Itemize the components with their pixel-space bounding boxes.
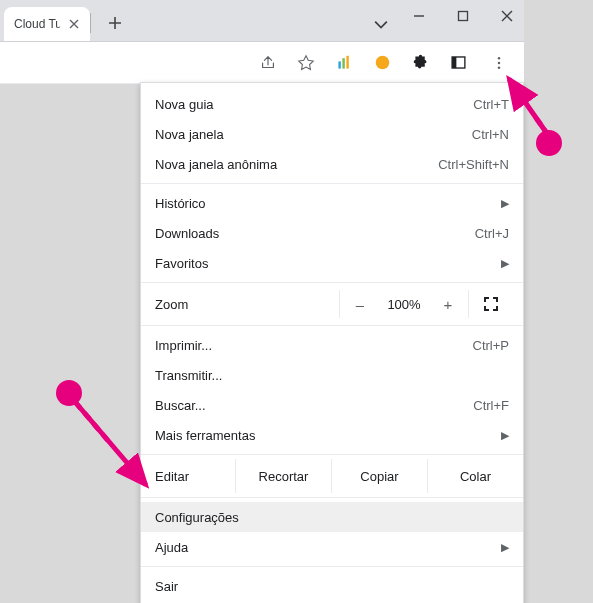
menu-new-window[interactable]: Nova janela Ctrl+N: [141, 119, 523, 149]
menu-incognito[interactable]: Nova janela anônima Ctrl+Shift+N: [141, 149, 523, 179]
edit-label: Editar: [155, 469, 235, 484]
svg-rect-2: [342, 58, 344, 68]
menu-separator: [141, 454, 523, 455]
toolbar: [0, 42, 524, 84]
paste-button[interactable]: Colar: [427, 459, 523, 493]
menu-item-label: Mais ferramentas: [155, 428, 497, 443]
tab-separator: [90, 13, 91, 33]
zoom-in-button[interactable]: +: [428, 296, 468, 313]
menu-separator: [141, 282, 523, 283]
menu-zoom-row: Zoom – 100% +: [141, 287, 523, 321]
menu-item-label: Transmitir...: [155, 368, 509, 383]
annotation-dot: [536, 130, 562, 156]
share-icon[interactable]: [254, 49, 282, 77]
menu-shortcut: Ctrl+F: [473, 398, 509, 413]
browser-tab[interactable]: Cloud Tuto: [4, 7, 90, 41]
close-tab-icon[interactable]: [66, 16, 82, 32]
menu-item-label: Downloads: [155, 226, 475, 241]
chevron-right-icon: ▶: [501, 257, 509, 270]
menu-more-tools[interactable]: Mais ferramentas ▶: [141, 420, 523, 450]
bookmark-star-icon[interactable]: [292, 49, 320, 77]
chevron-right-icon: ▶: [501, 541, 509, 554]
menu-item-label: Ajuda: [155, 540, 497, 555]
zoom-label: Zoom: [155, 297, 339, 312]
chevron-right-icon: ▶: [501, 429, 509, 442]
menu-item-label: Histórico: [155, 196, 497, 211]
sidepanel-icon[interactable]: [444, 49, 472, 77]
tab-search-icon[interactable]: [372, 15, 390, 33]
svg-point-9: [498, 66, 501, 69]
menu-separator: [141, 325, 523, 326]
menu-bookmarks[interactable]: Favoritos ▶: [141, 248, 523, 278]
menu-shortcut: Ctrl+T: [473, 97, 509, 112]
maximize-button[interactable]: [454, 7, 472, 25]
menu-separator: [141, 497, 523, 498]
chevron-right-icon: ▶: [501, 197, 509, 210]
menu-shortcut: Ctrl+Shift+N: [438, 157, 509, 172]
svg-point-7: [498, 56, 501, 59]
titlebar: Cloud Tuto: [0, 0, 524, 42]
menu-item-label: Sair: [155, 579, 509, 594]
svg-rect-6: [452, 57, 456, 68]
svg-rect-1: [338, 61, 340, 68]
menu-cast[interactable]: Transmitir...: [141, 360, 523, 390]
fullscreen-button[interactable]: [469, 297, 513, 311]
svg-line-13: [76, 403, 110, 443]
annotation-dot: [56, 380, 82, 406]
extension-icon-bars[interactable]: [330, 49, 358, 77]
minimize-button[interactable]: [410, 7, 428, 25]
menu-print[interactable]: Imprimir... Ctrl+P: [141, 330, 523, 360]
menu-new-tab[interactable]: Nova guia Ctrl+T: [141, 89, 523, 119]
menu-item-label: Buscar...: [155, 398, 473, 413]
zoom-out-button[interactable]: –: [340, 296, 380, 313]
menu-item-label: Favoritos: [155, 256, 497, 271]
new-tab-button[interactable]: [101, 9, 129, 37]
svg-rect-3: [346, 55, 348, 68]
chrome-menu: Nova guia Ctrl+T Nova janela Ctrl+N Nova…: [140, 82, 524, 603]
svg-line-12: [76, 403, 146, 485]
svg-point-8: [498, 61, 501, 64]
menu-find[interactable]: Buscar... Ctrl+F: [141, 390, 523, 420]
menu-kebab-button[interactable]: [482, 46, 516, 80]
menu-downloads[interactable]: Downloads Ctrl+J: [141, 218, 523, 248]
menu-shortcut: Ctrl+P: [473, 338, 509, 353]
menu-exit[interactable]: Sair: [141, 571, 523, 601]
menu-help[interactable]: Ajuda ▶: [141, 532, 523, 562]
close-window-button[interactable]: [498, 7, 516, 25]
svg-rect-0: [459, 12, 468, 21]
zoom-value: 100%: [380, 297, 428, 312]
cut-button[interactable]: Recortar: [235, 459, 331, 493]
extension-icon-flame[interactable]: [368, 49, 396, 77]
svg-point-4: [375, 56, 389, 70]
menu-item-label: Nova janela anônima: [155, 157, 438, 172]
extensions-puzzle-icon[interactable]: [406, 49, 434, 77]
copy-button[interactable]: Copiar: [331, 459, 427, 493]
menu-settings[interactable]: Configurações: [141, 502, 523, 532]
menu-shortcut: Ctrl+N: [472, 127, 509, 142]
menu-history[interactable]: Histórico ▶: [141, 188, 523, 218]
menu-item-label: Configurações: [155, 510, 509, 525]
menu-separator: [141, 566, 523, 567]
menu-item-label: Nova guia: [155, 97, 473, 112]
menu-shortcut: Ctrl+J: [475, 226, 509, 241]
menu-item-label: Nova janela: [155, 127, 472, 142]
menu-separator: [141, 183, 523, 184]
tab-title: Cloud Tuto: [14, 17, 60, 31]
fullscreen-icon: [484, 297, 498, 311]
menu-item-label: Imprimir...: [155, 338, 473, 353]
menu-edit-row: Editar Recortar Copiar Colar: [141, 459, 523, 493]
